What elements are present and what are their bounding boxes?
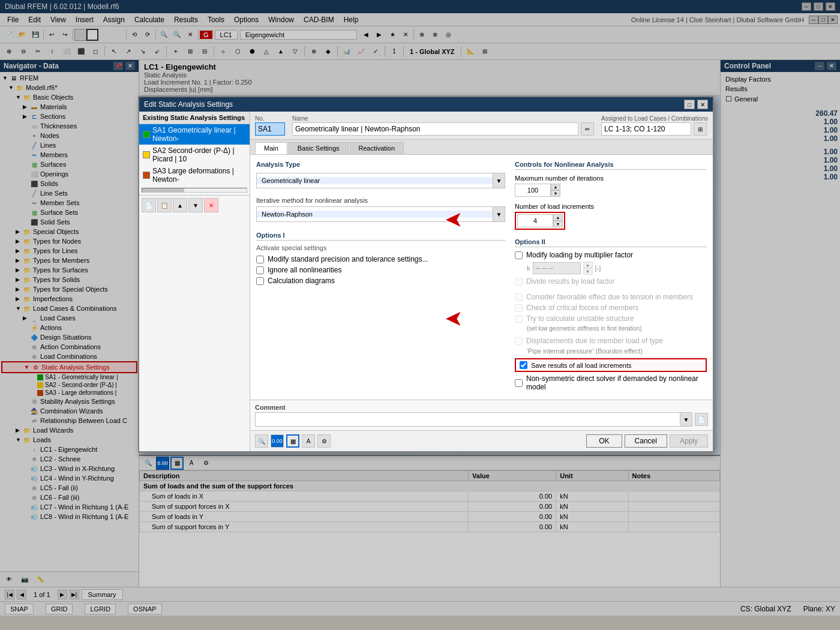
k-extra: [-] — [595, 265, 601, 272]
footer-search-btn[interactable]: 🔍 — [255, 434, 268, 448]
name-field[interactable]: Geometrically linear | Newton-Raphson — [292, 122, 578, 136]
edit-static-analysis-dialog: Edit Static Analysis Settings □ ✕ Existi… — [138, 96, 714, 452]
max-iter-down-btn[interactable]: ▼ — [551, 190, 560, 197]
setting-sa3-item[interactable]: SA3 Large deformations | Newton- — [139, 165, 250, 185]
settings-list: SA1 Geometrically linear | Newton- SA2 S… — [139, 124, 250, 185]
sa3-dot — [143, 172, 150, 179]
footer-text-btn[interactable]: A — [302, 434, 315, 448]
iterative-arrow[interactable]: ▼ — [493, 207, 505, 221]
settings-list-header: Existing Static Analysis Settings — [139, 112, 250, 124]
ignore-nonlinear-label: Ignore all nonlinearities — [268, 266, 341, 274]
setting-sa1-item[interactable]: SA1 Geometrically linear | Newton- — [139, 124, 250, 145]
divide-results-option: Divide results by load factor — [515, 277, 707, 286]
no-value-field: SA1 — [255, 122, 285, 136]
tab-basic-settings[interactable]: Basic Settings — [289, 142, 349, 154]
iterative-select[interactable]: Newton-Raphson ▼ — [256, 206, 505, 222]
footer-settings-btn[interactable]: ⚙ — [317, 434, 331, 448]
try-calculate-label: Try to calculate unstable structure — [526, 314, 634, 323]
modify-standard-label: Modify standard precision and tolerance … — [268, 255, 428, 263]
comment-row: ▼ 📄 — [255, 412, 708, 427]
apply-button[interactable]: Apply — [670, 434, 708, 448]
assigned-value: LC 1-13; CO 1-120 — [604, 125, 665, 133]
assigned-label: Assigned to Load Cases / Combinations — [601, 115, 708, 122]
k-up-btn: ▲ — [583, 262, 593, 268]
ignore-nonlinear-checkbox-item: Ignore all nonlinearities — [256, 266, 505, 274]
tab-reactivation[interactable]: Reactivation — [350, 142, 404, 154]
divide-results-checkbox — [515, 278, 523, 286]
comment-field[interactable]: ▼ — [255, 412, 692, 427]
name-edit-btn[interactable]: ✏ — [581, 122, 594, 136]
consider-favorable-label: Consider favorable effect due to tension… — [526, 293, 693, 301]
modify-loading-checkbox[interactable] — [515, 251, 523, 259]
non-symmetric-checkbox[interactable] — [515, 379, 523, 387]
analysis-type-select[interactable]: Geometrically linear ▼ — [256, 173, 505, 188]
footer-grid-btn[interactable]: ▦ — [286, 434, 299, 448]
k-down-btn: ▼ — [583, 268, 593, 275]
modify-loading-label: Modify loading by multiplier factor — [526, 251, 633, 259]
list-scrollbar[interactable] — [142, 188, 247, 193]
load-inc-up-btn[interactable]: ▲ — [553, 214, 563, 221]
divide-results-label: Divide results by load factor — [526, 277, 614, 286]
comment-export-btn[interactable]: 📄 — [695, 413, 708, 426]
max-iter-up-btn[interactable]: ▲ — [551, 184, 560, 190]
k-row: k ▲ ▼ [-] — [527, 262, 707, 275]
k-label: k — [527, 265, 530, 272]
form-right: Controls for Nonlinear Analysis Maximum … — [515, 161, 707, 394]
list-new-btn[interactable]: 📄 — [142, 198, 156, 212]
footer-calc-btn[interactable]: 0.00 — [271, 434, 284, 448]
modal-title: Edit Static Analysis Settings — [144, 100, 233, 109]
options-ii-label: Options II — [515, 238, 707, 247]
comment-label: Comment — [255, 404, 708, 411]
modify-standard-checkbox[interactable] — [256, 256, 264, 263]
iterative-value: Newton-Raphson — [257, 211, 493, 218]
load-inc-down-btn[interactable]: ▼ — [553, 221, 563, 227]
max-iterations-input[interactable]: 100 — [515, 184, 551, 197]
setting-sa2-item[interactable]: SA2 Second-order (P-Δ) | Picard | 10 — [139, 145, 250, 165]
max-iterations-field: 100 ▲ ▼ — [515, 184, 707, 197]
check-critical-checkbox — [515, 304, 523, 312]
cancel-button[interactable]: Cancel — [625, 434, 667, 448]
analysis-type-arrow[interactable]: ▼ — [493, 173, 505, 188]
load-increments-spinner: ▲ ▼ — [553, 214, 563, 227]
ok-button[interactable]: OK — [586, 434, 622, 448]
form-panel: No. SA1 Name Geometrically linear | Newt… — [250, 112, 713, 451]
list-delete-btn[interactable]: ✕ — [204, 198, 218, 212]
try-calculate-sub: (set low geometric stiffness in first it… — [527, 325, 707, 332]
list-move-down-btn[interactable]: ▼ — [188, 198, 203, 212]
ignore-nonlinear-checkbox[interactable] — [256, 266, 264, 274]
iterative-label: Iterative method for nonlinear analysis — [256, 197, 505, 204]
tab-row: Main Basic Settings Reactivation — [250, 140, 713, 155]
name-section: Name Geometrically linear | Newton-Raphs… — [292, 115, 594, 136]
name-value: Geometrically linear | Newton-Raphson — [295, 125, 421, 133]
modal-maximize-btn[interactable]: □ — [684, 100, 695, 109]
modal-close-btn[interactable]: ✕ — [697, 100, 708, 109]
assigned-edit-btn[interactable]: ⊞ — [694, 122, 707, 136]
sa2-dot — [143, 151, 150, 158]
modal-controls: □ ✕ — [684, 100, 708, 109]
displacements-type-label: Displacements due to member load of type — [526, 337, 663, 345]
try-calculate-option: Try to calculate unstable structure — [515, 314, 707, 323]
analysis-type-section-label: Analysis Type — [256, 161, 505, 168]
tab-main[interactable]: Main — [255, 142, 287, 154]
analysis-type-value: Geometrically linear — [257, 177, 493, 184]
no-section: No. SA1 — [255, 115, 285, 136]
non-symmetric-checkbox-item: Non-symmetric direct solver if demanded … — [515, 374, 707, 391]
calc-diagrams-label: Calculation diagrams — [268, 277, 335, 285]
calc-diagrams-checkbox-item: Calculation diagrams — [256, 277, 505, 285]
max-iterations-label: Maximum number of iterations — [515, 175, 707, 182]
activate-special-label: Activate special settings — [256, 244, 505, 251]
comment-arrow[interactable]: ▼ — [680, 413, 692, 426]
load-increments-input[interactable]: 4 — [517, 214, 553, 227]
assigned-field[interactable]: LC 1-13; CO 1-120 — [601, 122, 691, 136]
list-toolbar: 📄 📋 ▲ ▼ ✕ — [139, 195, 250, 215]
calc-diagrams-checkbox[interactable] — [256, 277, 264, 285]
list-copy-btn[interactable]: 📋 — [157, 198, 172, 212]
load-increments-highlight-box: 4 ▲ ▼ — [515, 212, 565, 230]
no-label: No. — [255, 115, 265, 122]
save-results-checkbox[interactable] — [520, 361, 527, 369]
list-move-up-btn[interactable]: ▲ — [173, 198, 187, 212]
max-iterations-spinner: ▲ ▼ — [551, 184, 560, 197]
non-symmetric-label: Non-symmetric direct solver if demanded … — [526, 374, 707, 391]
assigned-field-row: LC 1-13; CO 1-120 ⊞ — [601, 122, 708, 136]
form-left: Analysis Type Geometrically linear ▼ Ite… — [256, 161, 505, 394]
